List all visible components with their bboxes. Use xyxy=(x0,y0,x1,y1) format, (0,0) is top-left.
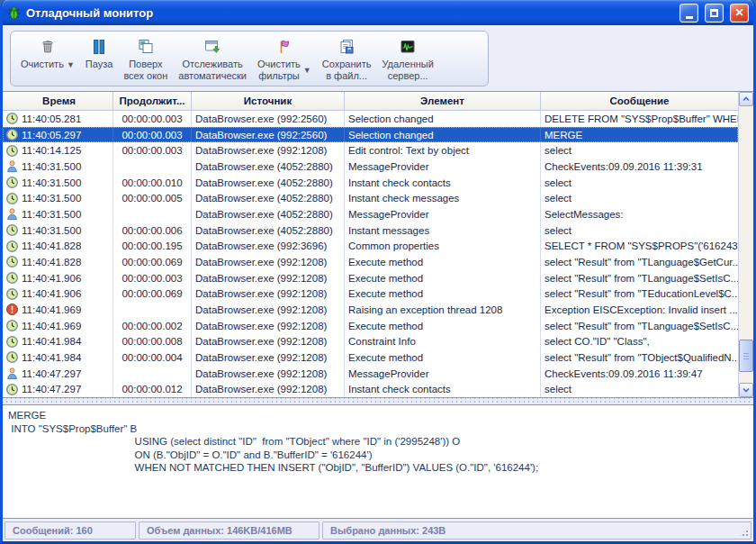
cell-element: Common properties xyxy=(345,238,541,254)
cell-source: DataBrowser.exe (992:1208) xyxy=(192,286,345,302)
time-text: 11:40:47.297 xyxy=(22,368,81,379)
table-row[interactable]: 11:40:31.500DataBrowser.exe (4052:2880)M… xyxy=(3,159,738,175)
cell-time: 11:40:41.906 xyxy=(3,286,113,302)
cell-source: DataBrowser.exe (992:1208) xyxy=(192,254,345,270)
time-text: 11:40:31.500 xyxy=(22,177,81,188)
column-header-duration[interactable]: Продолжит... xyxy=(113,92,192,110)
toolbar: Очистить▼ Пауза xyxy=(10,31,489,86)
maximize-button[interactable] xyxy=(705,4,724,23)
cell-element: Instant messages xyxy=(345,222,541,239)
clear-button[interactable]: Очистить▼ xyxy=(16,34,79,83)
cell-source: DataBrowser.exe (4052:2880) xyxy=(192,175,345,191)
vertical-scrollbar[interactable] xyxy=(738,92,753,397)
table-row[interactable]: 11:40:31.50000:00:00.010DataBrowser.exe … xyxy=(3,175,738,191)
scroll-down-button[interactable] xyxy=(739,383,753,397)
clear-filters-button[interactable]: Очистить фильтры▼ xyxy=(253,34,316,83)
grid-body: 11:40:05.28100:00:00.003DataBrowser.exe … xyxy=(3,111,738,397)
cell-time: 11:40:31.500 xyxy=(3,175,113,191)
pause-icon xyxy=(90,36,108,58)
cell-element: Execute method xyxy=(345,318,541,334)
cell-element: Instant check contacts xyxy=(345,381,541,397)
cell-source: DataBrowser.exe (992:1208) xyxy=(192,366,345,382)
close-button[interactable]: ✕ xyxy=(730,4,749,23)
auto-track-icon xyxy=(203,36,221,58)
column-header-source[interactable]: Источник xyxy=(192,92,345,110)
time-text: 11:40:41.984 xyxy=(22,352,81,363)
bug-icon[interactable] xyxy=(6,5,22,21)
auto-track-button[interactable]: Отслеживать автоматически xyxy=(174,34,251,83)
cell-time: 11:40:41.984 xyxy=(3,333,113,349)
cell-source: DataBrowser.exe (992:1208) xyxy=(192,381,345,397)
table-row[interactable]: 11:40:41.969DataBrowser.exe (992:1208)Ra… xyxy=(3,302,738,318)
splitter[interactable] xyxy=(3,398,753,404)
cell-time: 11:40:05.281 xyxy=(3,111,113,127)
table-row[interactable]: 11:40:14.12500:00:00.003DataBrowser.exe … xyxy=(3,142,738,159)
maximize-icon xyxy=(710,9,718,17)
cell-duration: 00:00:00.010 xyxy=(113,175,192,191)
cell-time: 11:40:41.906 xyxy=(3,270,113,286)
time-text: 11:40:31.500 xyxy=(22,193,81,204)
cell-time: 11:40:41.828 xyxy=(3,254,113,270)
table-row[interactable]: 11:40:41.90600:00:00.003DataBrowser.exe … xyxy=(3,270,738,286)
stay-on-top-button[interactable]: Поверх всех окон xyxy=(119,34,172,83)
table-row[interactable]: 11:40:05.28100:00:00.003DataBrowser.exe … xyxy=(3,111,738,127)
save-to-file-label: Сохранить в файл... xyxy=(322,59,372,82)
cell-time: 11:40:41.828 xyxy=(3,238,113,254)
minimize-button[interactable] xyxy=(680,4,698,23)
cell-source: DataBrowser.exe (992:1208) xyxy=(192,142,345,159)
table-row[interactable]: 11:40:41.90600:00:00.069DataBrowser.exe … xyxy=(3,286,738,302)
table-row[interactable]: 11:40:31.50000:00:00.006DataBrowser.exe … xyxy=(3,222,738,239)
cell-time: 11:40:31.500 xyxy=(3,190,113,206)
resize-grip[interactable] xyxy=(738,526,750,538)
sql-detail-panel[interactable]: MERGE INTO "SYS$Prop$Buffer" B USING (se… xyxy=(3,404,753,519)
person-icon xyxy=(5,159,19,173)
cell-element: Instant check contacts xyxy=(345,175,541,191)
cell-duration: 00:00:00.069 xyxy=(113,286,192,302)
pause-button[interactable]: Пауза xyxy=(81,34,118,83)
table-row[interactable]: 11:40:31.50000:00:00.005DataBrowser.exe … xyxy=(3,190,738,206)
cell-element: Edit control: Text by object xyxy=(345,142,541,159)
save-file-icon xyxy=(338,36,356,58)
table-row[interactable]: 11:40:41.98400:00:00.008DataBrowser.exe … xyxy=(3,333,738,349)
column-header-element[interactable]: Элемент xyxy=(345,92,541,110)
table-row[interactable]: 11:40:47.297DataBrowser.exe (992:1208)Me… xyxy=(3,366,738,382)
status-selected-data: Выбрано данных: 243B xyxy=(322,521,752,539)
time-text: 11:40:41.984 xyxy=(22,336,81,347)
column-header-message[interactable]: Сообщение xyxy=(541,92,738,110)
cell-duration: 00:00:00.002 xyxy=(113,318,192,334)
titlebar: Отладочный монитор ✕ xyxy=(3,0,753,25)
clear-label: Очистить xyxy=(21,59,64,70)
clock-icon xyxy=(5,287,19,301)
cell-element: MessageProvider xyxy=(345,159,541,175)
save-to-file-button[interactable]: Сохранить в файл... xyxy=(318,34,376,83)
cell-message: select xyxy=(541,175,738,191)
time-text: 11:40:05.297 xyxy=(22,130,81,141)
table-row[interactable]: 11:40:47.29700:00:00.012DataBrowser.exe … xyxy=(3,381,738,397)
scrollbar-thumb[interactable] xyxy=(739,340,753,372)
scrollbar-track[interactable] xyxy=(739,106,753,383)
table-row[interactable]: 11:40:41.98400:00:00.004DataBrowser.exe … xyxy=(3,349,738,366)
cell-duration: 00:00:00.003 xyxy=(113,142,192,159)
table-row[interactable]: 11:40:41.96900:00:00.002DataBrowser.exe … xyxy=(3,318,738,334)
table-row[interactable]: 11:40:31.500DataBrowser.exe (4052:2880)M… xyxy=(3,206,738,222)
cell-element: Execute method xyxy=(345,349,541,366)
clock-icon xyxy=(5,383,19,396)
column-header-time[interactable]: Время xyxy=(3,92,113,110)
cell-time: 11:40:31.500 xyxy=(3,206,113,222)
time-text: 11:40:41.969 xyxy=(22,304,81,315)
person-icon xyxy=(5,367,19,380)
remote-server-button[interactable]: Удаленный сервер... xyxy=(377,34,437,83)
table-row-selected[interactable]: 11:40:05.29700:00:00.003DataBrowser.exe … xyxy=(3,127,738,143)
cell-time: 11:40:41.984 xyxy=(3,349,113,366)
clock-icon xyxy=(5,350,19,364)
table-row[interactable]: 11:40:41.82800:00:00.069DataBrowser.exe … xyxy=(3,254,738,270)
cell-message: SELECT * FROM "SYS$PROPS"('616243',... xyxy=(541,238,738,254)
cell-duration: 00:00:00.006 xyxy=(113,222,192,239)
scroll-up-button[interactable] xyxy=(739,92,753,106)
cell-message: select xyxy=(541,381,738,397)
cell-element: Raising an exception thread 1208 xyxy=(345,302,541,318)
table-row[interactable]: 11:40:41.82800:00:00.195DataBrowser.exe … xyxy=(3,238,738,254)
time-text: 11:40:31.500 xyxy=(22,209,81,220)
cell-duration: 00:00:00.004 xyxy=(113,349,192,366)
cell-duration: 00:00:00.005 xyxy=(113,190,192,206)
